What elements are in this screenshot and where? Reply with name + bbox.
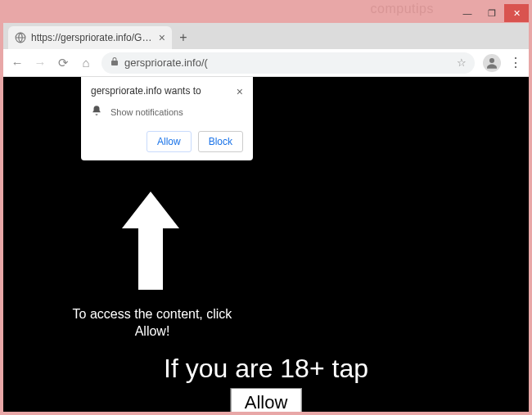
window-frame: computips — ❐ ✕ https://gerspriorate.inf…	[0, 0, 532, 415]
browser-tab[interactable]: https://gerspriorate.info/GO8?ta ×	[8, 26, 172, 49]
svg-point-1	[489, 58, 494, 63]
tab-title: https://gerspriorate.info/GO8?ta	[31, 32, 154, 43]
back-button[interactable]: ←	[10, 56, 25, 70]
reload-button[interactable]: ⟳	[56, 56, 70, 70]
new-tab-button[interactable]: +	[172, 26, 195, 49]
notification-close-icon[interactable]: ×	[237, 85, 243, 98]
notification-origin: gerspriorate.info wants to	[91, 85, 201, 97]
access-instruction-text: To access the content, click Allow!	[54, 306, 250, 341]
forward-button[interactable]: →	[33, 56, 47, 70]
profile-avatar[interactable]	[483, 54, 501, 72]
watermark-text: computips	[371, 2, 434, 16]
notification-actions: Allow Block	[91, 131, 243, 152]
lock-icon	[110, 56, 119, 69]
titlebar: — ❐ ✕	[3, 3, 529, 23]
age-gate-headline: If you are 18+ tap	[3, 354, 529, 384]
page-viewport: gerspriorate.info wants to × Show notifi…	[3, 77, 529, 412]
address-bar[interactable]: gerspriorate.info/( ☆	[101, 52, 475, 74]
window-buttons: — ❐ ✕	[455, 4, 529, 22]
tab-close-icon[interactable]: ×	[159, 31, 165, 44]
maximize-button[interactable]: ❐	[480, 4, 504, 22]
arrow-up-icon	[118, 192, 183, 293]
tab-bar: https://gerspriorate.info/GO8?ta × +	[3, 23, 529, 49]
notification-block-button[interactable]: Block	[198, 131, 243, 152]
notification-permission-text: Show notifications	[110, 107, 183, 117]
toolbar: ← → ⟳ ⌂ gerspriorate.info/( ☆ ⋮	[3, 49, 529, 77]
bookmark-star-icon[interactable]: ☆	[457, 56, 467, 69]
url-text: gerspriorate.info/(	[124, 56, 452, 69]
bell-icon	[91, 105, 102, 120]
page-allow-button[interactable]: Allow	[231, 388, 302, 412]
close-window-button[interactable]: ✕	[504, 4, 529, 22]
home-button[interactable]: ⌂	[79, 56, 93, 70]
browser-chrome: https://gerspriorate.info/GO8?ta × + ← →…	[3, 23, 529, 77]
minimize-button[interactable]: —	[455, 4, 480, 22]
notification-permission-popup: gerspriorate.info wants to × Show notifi…	[81, 77, 253, 160]
notification-allow-button[interactable]: Allow	[147, 131, 192, 152]
notification-body: Show notifications	[91, 105, 243, 120]
globe-icon	[15, 32, 26, 43]
notification-header: gerspriorate.info wants to ×	[91, 85, 243, 98]
menu-button[interactable]: ⋮	[509, 55, 522, 70]
